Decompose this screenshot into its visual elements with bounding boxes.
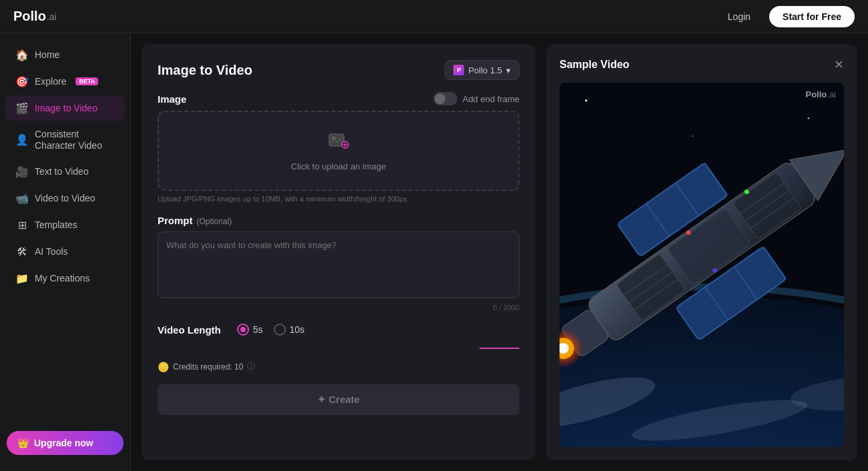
my-creations-icon: 📁 xyxy=(16,273,28,285)
toggle-knob xyxy=(435,93,445,104)
upload-text: Click to upload an image xyxy=(291,161,386,171)
image-section-label: Image Add end frame xyxy=(158,92,519,105)
sidebar-item-video-to-video[interactable]: 📹 Video to Video xyxy=(5,186,125,211)
sidebar-label-my-creations: My Creations xyxy=(35,273,89,284)
sidebar-item-consistent-character[interactable]: 👤 Consistent Character Video xyxy=(5,122,125,158)
info-icon: ⓘ xyxy=(247,361,255,372)
logo-text: Pollo xyxy=(13,9,46,24)
sidebar-label-consistent-character: Consistent Character Video xyxy=(35,129,114,151)
close-button[interactable]: ✕ xyxy=(834,57,844,72)
topnav: Pollo.ai Login Start for Free xyxy=(0,0,868,33)
home-icon: 🏠 xyxy=(16,49,28,61)
sidebar-item-ai-tools[interactable]: 🛠 AI Tools xyxy=(5,240,125,265)
radio-circle-10s xyxy=(274,324,286,336)
svg-point-6 xyxy=(585,99,587,101)
radio-dot-5s xyxy=(240,327,246,332)
radio-label-10s: 10s xyxy=(290,324,305,335)
ai-tools-icon: 🛠 xyxy=(16,246,28,258)
text-to-video-icon: 🎥 xyxy=(16,166,28,178)
logo: Pollo.ai xyxy=(13,9,57,24)
video-length-section: Video Length 5s 10s xyxy=(158,324,519,336)
video-length-label: Video Length xyxy=(158,324,221,336)
right-panel: Sample Video ✕ xyxy=(546,44,857,460)
prompt-textarea[interactable] xyxy=(158,231,519,298)
model-select[interactable]: P Pollo 1.5 ▾ xyxy=(445,60,519,80)
right-panel-header: Sample Video ✕ xyxy=(560,57,844,72)
upgrade-icon: 👑 xyxy=(17,438,29,448)
sidebar-item-templates[interactable]: ⊞ Templates xyxy=(5,213,125,238)
upload-area[interactable]: Click to upload an image xyxy=(158,111,519,191)
sidebar-item-my-creations[interactable]: 📁 My Creations xyxy=(5,266,125,292)
radio-circle-5s xyxy=(237,324,249,336)
image-section: Image Add end frame xyxy=(158,92,519,203)
panel-header: Image to Video P Pollo 1.5 ▾ xyxy=(158,60,519,80)
end-frame-toggle[interactable] xyxy=(433,92,457,105)
upgrade-button[interactable]: 👑 Upgrade now xyxy=(7,431,124,455)
watermark-ai: .ai xyxy=(827,89,836,99)
logo-ai: .ai xyxy=(47,11,57,22)
create-button[interactable]: ✦ Create xyxy=(158,384,519,415)
prompt-optional: (Optional) xyxy=(197,217,232,226)
prompt-count: 0 / 2000 xyxy=(158,304,519,312)
image-label: Image xyxy=(158,93,186,105)
sidebar-label-ai-tools: AI Tools xyxy=(35,246,68,258)
sidebar-label-home: Home xyxy=(35,49,59,61)
sidebar: 🏠 Home 🎯 Explore BETA 🎬 Image to Video 👤… xyxy=(0,33,131,471)
sidebar-item-text-to-video[interactable]: 🎥 Text to Video xyxy=(5,159,125,185)
main-content: Image to Video P Pollo 1.5 ▾ Image Add e… xyxy=(131,33,868,471)
prompt-label: Prompt xyxy=(158,215,193,226)
explore-icon: 🎯 xyxy=(16,75,28,87)
chevron-down-icon: ▾ xyxy=(506,65,511,75)
sidebar-label-explore: Explore xyxy=(35,76,66,87)
left-panel: Image to Video P Pollo 1.5 ▾ Image Add e… xyxy=(142,44,535,460)
prompt-section: Prompt (Optional) 0 / 2000 xyxy=(158,215,519,312)
beta-badge: BETA xyxy=(75,77,98,85)
video-container: Pollo.ai xyxy=(560,83,844,447)
radio-10s[interactable]: 10s xyxy=(274,324,305,336)
upload-icon xyxy=(328,130,349,156)
end-frame-label: Add end frame xyxy=(463,94,519,104)
templates-icon: ⊞ xyxy=(16,219,28,231)
model-name: Pollo 1.5 xyxy=(468,65,502,75)
svg-point-7 xyxy=(692,135,694,137)
watermark-text: Pollo xyxy=(805,89,827,99)
topnav-right: Login Start for Free xyxy=(720,6,855,27)
sidebar-label-image-to-video: Image to Video xyxy=(35,103,97,114)
credits-icon: 🪙 xyxy=(158,362,169,372)
video-to-video-icon: 📹 xyxy=(16,193,28,205)
prompt-header: Prompt (Optional) xyxy=(158,215,519,226)
panel-title: Image to Video xyxy=(158,63,252,78)
radio-5s[interactable]: 5s xyxy=(237,324,263,336)
end-frame-toggle-group: Add end frame xyxy=(433,92,519,105)
sidebar-label-text-to-video: Text to Video xyxy=(35,166,89,177)
watermark: Pollo.ai xyxy=(805,89,836,99)
start-for-free-button[interactable]: Start for Free xyxy=(769,6,855,27)
credits-row: 🪙 Credits required: 10 ⓘ xyxy=(158,361,519,372)
consistent-character-icon: 👤 xyxy=(16,134,28,146)
upload-hint: Upload JPG/PNG images up to 10MB, with a… xyxy=(158,195,519,203)
sidebar-label-templates: Templates xyxy=(35,219,77,231)
radio-label-5s: 5s xyxy=(253,324,263,335)
sidebar-item-home[interactable]: 🏠 Home xyxy=(5,42,125,67)
credits-label: Credits required: 10 xyxy=(173,362,243,372)
login-button[interactable]: Login xyxy=(720,7,758,26)
image-to-video-icon: 🎬 xyxy=(16,102,28,114)
sidebar-item-image-to-video[interactable]: 🎬 Image to Video xyxy=(5,95,125,121)
sample-video-title: Sample Video xyxy=(560,59,630,71)
sidebar-label-video-to-video: Video to Video xyxy=(35,193,95,204)
model-icon: P xyxy=(453,65,464,75)
divider-line xyxy=(479,348,519,349)
sidebar-item-explore[interactable]: 🎯 Explore BETA xyxy=(5,69,125,94)
svg-point-8 xyxy=(807,117,809,119)
upgrade-label: Upgrade now xyxy=(34,438,93,448)
